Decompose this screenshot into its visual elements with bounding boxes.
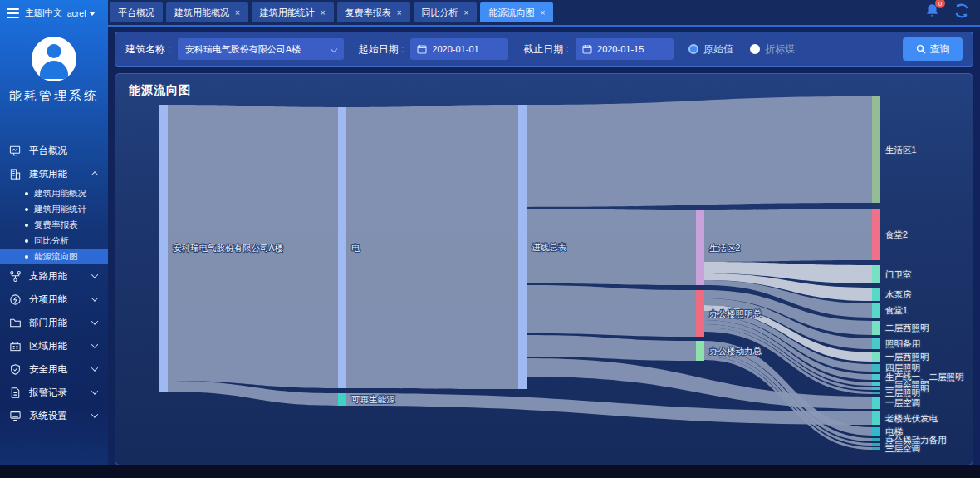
close-icon[interactable]: × [397,8,402,17]
sidebar-item-分项用能[interactable]: 分项用能 [0,288,108,311]
sankey-node-label-renewable: 可再生能源 [351,394,395,404]
menu-toggle-icon[interactable] [7,8,19,18]
sankey-node-floor2AC[interactable] [872,443,880,446]
sidebar-item-报警记录[interactable]: 报警记录 [0,381,108,404]
chevron-down-icon [91,387,98,394]
tab-bar: 平台概况建筑用能概况×建筑用能统计×复费率报表×同比分析×能源流向图× 0 [108,0,980,27]
sidebar-subitem-能源流向图[interactable]: 能源流向图 [0,249,108,264]
start-date-value: 2020-01-01 [432,44,478,54]
tab-建筑用能概况[interactable]: 建筑用能概况× [166,2,248,22]
sankey-node-elevator[interactable] [872,427,880,436]
sidebar-header: 主题|中文 acrel [0,0,108,27]
sankey-node-label-mainMeter: 进线总表 [532,242,567,252]
bullet-icon [25,192,28,195]
sankey-node-label-floor3AC: 三层空调 [885,443,920,453]
chevron-down-icon [91,294,98,301]
sankey-node-officePower[interactable] [696,341,704,361]
sidebar-subitem-label: 复费率报表 [34,219,78,231]
user-name: acrel [67,8,86,18]
sankey-node-floor3AC[interactable] [872,447,880,450]
avatar [32,37,76,81]
tab-平台概况[interactable]: 平台概况 [110,2,163,22]
user-menu[interactable]: acrel [67,8,96,18]
close-icon[interactable]: × [235,8,240,17]
bullet-icon [25,255,28,259]
building-icon [9,168,22,180]
panel-title: 能源流向图 [129,83,191,98]
sankey-node-living1[interactable] [872,96,880,203]
search-icon [916,44,926,54]
sankey-node-label-living1: 生活区1 [885,145,917,155]
sankey-node-floor1East[interactable] [872,387,880,390]
sankey-node-pumpRoom[interactable] [872,288,880,301]
sidebar-item-支路用能[interactable]: 支路用能 [0,264,108,288]
shield-icon [9,363,22,376]
close-icon[interactable]: × [464,8,469,17]
sankey-node-renewable[interactable] [338,393,346,406]
sankey-chart: 安科瑞电气股份有限公司A楼电可再生能源进线总表生活区2办公楼照明总办公楼动力总生… [115,74,973,466]
sankey-node-floor1AC[interactable] [872,397,880,409]
sidebar-item-label: 分项用能 [29,293,92,306]
sidebar-item-区域用能[interactable]: 区域用能 [0,334,108,357]
sankey-node-officeLighting[interactable] [696,290,704,337]
bullet-icon [25,224,28,227]
department-icon [9,317,22,329]
calendar-icon [582,44,592,54]
sidebar-item-系统设置[interactable]: 系统设置 [0,404,108,427]
sankey-node-floor2East[interactable] [872,382,880,386]
sidebar-subitem-建筑用能统计[interactable]: 建筑用能统计 [0,201,108,217]
notification-badge: 0 [935,0,945,8]
sankey-node-canteen2[interactable] [872,209,880,260]
tab-复费率报表[interactable]: 复费率报表× [337,2,410,22]
area-icon [9,340,22,352]
sankey-link-mainMeter-officeLighting[interactable] [527,285,696,337]
sankey-node-floor4Lighting[interactable] [872,364,880,372]
sidebar-subitem-建筑用能概况[interactable]: 建筑用能概况 [0,185,108,201]
query-button[interactable]: 查询 [903,37,963,61]
sankey-node-oldBuildingPV[interactable] [872,411,880,425]
radio-standard-coal[interactable]: 折标煤 [750,42,795,57]
sankey-link-mainMeter-officePower[interactable] [527,335,696,361]
sankey-node-officePowerBackup[interactable] [872,438,880,441]
sankey-node-buildingA[interactable] [159,105,168,392]
sankey-node-canteen1[interactable] [872,303,880,318]
sankey-node-electricity[interactable] [338,107,346,388]
tab-label: 复费率报表 [345,7,391,19]
sidebar-subitem-同比分析[interactable]: 同比分析 [0,233,108,249]
end-date-label: 截止日期 : [523,42,569,57]
close-icon[interactable]: × [540,8,545,17]
tab-label: 能源流向图 [488,7,534,19]
sankey-node-prodLine12[interactable] [872,374,880,380]
sidebar-subitem-复费率报表[interactable]: 复费率报表 [0,217,108,233]
tab-同比分析[interactable]: 同比分析× [414,2,478,22]
sidebar-item-平台概况[interactable]: 平台概况 [0,139,108,162]
sankey-node-floor2West[interactable] [872,321,880,335]
sidebar-item-建筑用能[interactable]: 建筑用能 [0,162,108,185]
sankey-node-floor3Lighting[interactable] [872,392,880,394]
sankey-node-gatehouse[interactable] [872,265,880,283]
end-date-input[interactable]: 2020-01-15 [576,38,674,60]
close-icon[interactable]: × [321,8,326,17]
sidebar-item-安全用电[interactable]: 安全用电 [0,357,108,381]
building-name-label: 建筑名称 : [125,42,171,57]
sankey-node-lightingBackup[interactable] [872,338,880,349]
sankey-node-living2[interactable] [696,210,704,285]
start-date-input[interactable]: 2020-01-01 [410,38,508,60]
sidebar-item-部门用能[interactable]: 部门用能 [0,311,108,334]
sankey-node-floor1West[interactable] [872,352,880,362]
radio-raw-value[interactable]: 原始值 [688,42,733,57]
sankey-link-living2-canteen2[interactable] [704,209,872,262]
chevron-down-icon [91,271,98,278]
sidebar: 主题|中文 acrel 能耗管理系统 平台概况建筑用能建筑用能概况建筑用能统计复… [0,0,108,471]
theme-language-switch[interactable]: 主题|中文 [25,7,62,19]
sankey-link-mainMeter-living1[interactable] [527,96,872,207]
notification-bell-icon[interactable]: 0 [924,2,940,22]
sankey-link-electricity-mainMeter[interactable] [346,105,518,389]
sidebar-item-label: 建筑用能 [29,168,92,180]
sankey-node-mainMeter[interactable] [518,105,527,389]
refresh-icon[interactable] [953,2,970,22]
tab-能源流向图[interactable]: 能源流向图× [480,2,553,22]
building-select[interactable]: 安科瑞电气股份有限公司A楼 [178,38,344,60]
chevron-down-icon [330,46,336,52]
tab-建筑用能统计[interactable]: 建筑用能统计× [252,2,334,22]
